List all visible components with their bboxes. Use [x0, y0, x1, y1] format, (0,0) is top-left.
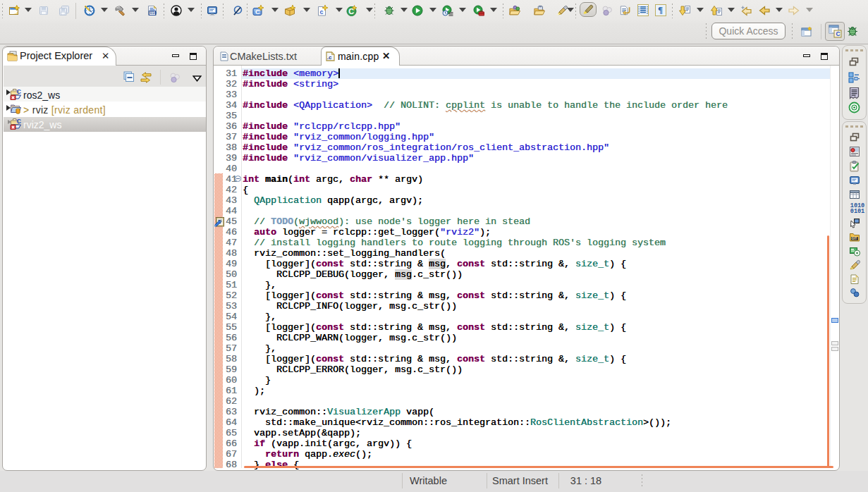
- svg-text:.c: .c: [327, 54, 332, 61]
- svg-text:GIT: GIT: [852, 237, 857, 240]
- svg-text:c: c: [320, 8, 324, 16]
- svg-text:C: C: [17, 88, 22, 95]
- svg-text:C: C: [255, 8, 260, 16]
- svg-text:C: C: [17, 118, 22, 125]
- svg-text:010: 010: [149, 11, 157, 15]
- svg-text:C: C: [836, 30, 841, 37]
